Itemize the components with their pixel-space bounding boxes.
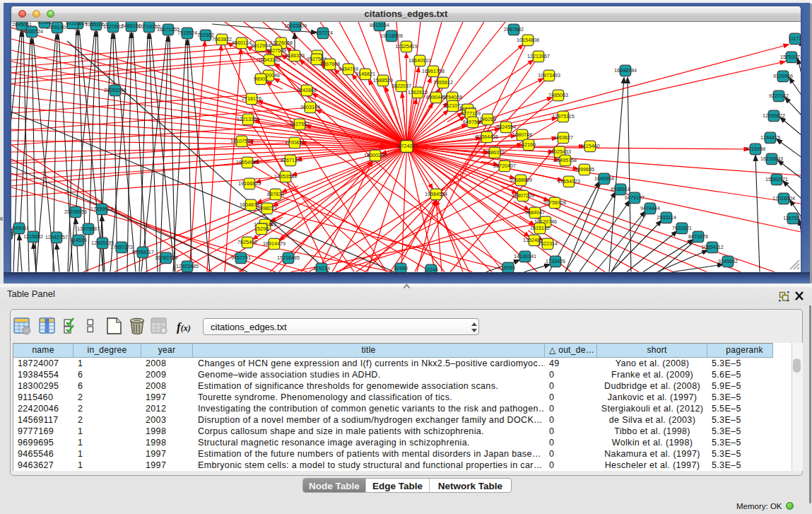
svg-text:746266: 746266 — [479, 116, 496, 122]
svg-text:16648784: 16648784 — [614, 67, 637, 74]
svg-text:1615132: 1615132 — [530, 225, 550, 231]
svg-text:8813054: 8813054 — [370, 22, 389, 28]
svg-text:10025433: 10025433 — [548, 148, 571, 155]
svg-text:8427552: 8427552 — [290, 121, 310, 127]
svg-text:6479197: 6479197 — [625, 194, 645, 201]
svg-text:7515524: 7515524 — [177, 30, 197, 36]
svg-text:19166825: 19166825 — [238, 180, 261, 187]
svg-text:20053346: 20053346 — [104, 87, 126, 93]
svg-text:9827509: 9827509 — [266, 47, 286, 54]
svg-text:91546: 91546 — [37, 22, 52, 25]
svg-text:129234: 129234 — [313, 265, 330, 271]
svg-text:12213369: 12213369 — [237, 116, 259, 122]
svg-text:8186323: 8186323 — [285, 52, 305, 59]
svg-text:16107553: 16107553 — [230, 138, 253, 144]
svg-text:12213967: 12213967 — [527, 53, 550, 59]
svg-text:11172: 11172 — [789, 35, 801, 42]
svg-text:9684047: 9684047 — [525, 209, 545, 216]
svg-text:2087682: 2087682 — [504, 26, 524, 33]
svg-text:9227342: 9227342 — [769, 93, 789, 99]
svg-text:7955812: 7955812 — [433, 79, 453, 86]
svg-text:7886372: 7886372 — [485, 149, 505, 156]
svg-text:16782759: 16782759 — [155, 255, 177, 261]
svg-text:8938918: 8938918 — [611, 186, 630, 192]
svg-text:13975887: 13975887 — [77, 226, 100, 232]
svg-text:20206556: 20206556 — [64, 209, 87, 215]
svg-text:87223: 87223 — [66, 22, 80, 26]
svg-text:10244: 10244 — [424, 267, 438, 272]
svg-text:15720407: 15720407 — [493, 163, 516, 169]
svg-text:20756928: 20756928 — [543, 199, 566, 206]
svg-text:1527602: 1527602 — [103, 23, 123, 30]
svg-text:9129966: 9129966 — [773, 73, 793, 79]
svg-text:98901: 98901 — [254, 76, 268, 82]
svg-text:62160: 62160 — [522, 141, 536, 148]
svg-text:8660124: 8660124 — [232, 40, 252, 46]
svg-text:18724007: 18724007 — [396, 143, 418, 149]
svg-text:9115460: 9115460 — [580, 143, 599, 149]
svg-text:10958117: 10958117 — [131, 249, 153, 255]
svg-text:10654112: 10654112 — [701, 244, 723, 250]
svg-text:114519: 114519 — [70, 237, 86, 243]
svg-text:9242848: 9242848 — [297, 87, 317, 93]
svg-text:19654985: 19654985 — [236, 159, 259, 165]
svg-text:887834: 887834 — [267, 191, 284, 197]
svg-text:3824554: 3824554 — [496, 124, 516, 130]
svg-text:2867608: 2867608 — [320, 61, 340, 67]
svg-text:1588520: 1588520 — [373, 77, 393, 83]
svg-text:18300295: 18300295 — [364, 152, 387, 158]
svg-text:16961758: 16961758 — [422, 68, 445, 74]
svg-text:1362615: 1362615 — [408, 89, 428, 95]
svg-text:7632621: 7632621 — [672, 225, 692, 231]
svg-text:f(x): f(x) — [177, 320, 191, 334]
svg-text:6794028: 6794028 — [442, 94, 462, 100]
svg-text:7663822: 7663822 — [212, 36, 232, 42]
svg-text:9245632: 9245632 — [718, 258, 738, 264]
svg-text:16914479: 16914479 — [263, 240, 286, 247]
svg-text:16033809: 16033809 — [284, 23, 307, 29]
svg-text:8215958: 8215958 — [746, 146, 765, 152]
svg-text:16671355: 16671355 — [157, 26, 180, 33]
svg-text:12942757: 12942757 — [45, 234, 68, 240]
svg-text:2522314: 2522314 — [538, 240, 558, 247]
svg-text:19384554: 19384554 — [425, 191, 447, 197]
svg-text:15716485: 15716485 — [277, 255, 300, 261]
svg-text:10154808: 10154808 — [517, 37, 539, 43]
svg-text:9457791: 9457791 — [231, 255, 251, 261]
svg-text:1080748: 1080748 — [512, 132, 532, 138]
svg-text:82450: 82450 — [394, 265, 408, 271]
svg-text:2603144: 2603144 — [300, 104, 320, 110]
svg-text:18807209: 18807209 — [512, 192, 534, 199]
svg-text:17016504: 17016504 — [772, 195, 795, 201]
svg-text:10973493: 10973493 — [538, 72, 560, 78]
svg-text:18640910: 18640910 — [408, 57, 431, 64]
svg-text:1640954: 1640954 — [594, 175, 614, 182]
svg-text:8471676: 8471676 — [688, 233, 708, 240]
svg-text:19218506: 19218506 — [380, 33, 403, 39]
svg-text:12923485: 12923485 — [176, 263, 199, 269]
svg-text:12975115: 12975115 — [552, 113, 574, 119]
svg-text:14136141: 14136141 — [514, 253, 536, 259]
svg-text:11325419: 11325419 — [395, 43, 417, 49]
svg-text:15298: 15298 — [254, 226, 269, 232]
svg-text:2718176: 2718176 — [242, 95, 261, 102]
svg-text:1845061: 1845061 — [11, 225, 29, 231]
svg-text:10688609: 10688609 — [510, 177, 532, 183]
svg-text:7625402: 7625402 — [237, 239, 257, 245]
svg-text:16210643: 16210643 — [760, 156, 783, 162]
svg-text:19654923: 19654923 — [558, 178, 580, 185]
svg-text:9146821: 9146821 — [355, 71, 375, 77]
svg-text:17957273: 17957273 — [110, 244, 133, 250]
svg-text:1733426: 1733426 — [546, 258, 565, 264]
svg-text:2933114: 2933114 — [657, 214, 676, 221]
svg-text:15751074: 15751074 — [780, 54, 801, 60]
svg-text:17359924: 17359924 — [90, 206, 113, 212]
svg-text:1700832: 1700832 — [285, 139, 305, 146]
svg-text:9463627: 9463627 — [553, 134, 573, 141]
svg-text:7357274: 7357274 — [313, 30, 333, 36]
svg-text:16093: 16093 — [501, 264, 515, 271]
svg-text:1215682: 1215682 — [23, 233, 43, 240]
svg-text:1167534: 1167534 — [783, 215, 801, 221]
svg-text:20364436: 20364436 — [476, 134, 498, 140]
svg-text:1498222: 1498222 — [257, 205, 277, 211]
